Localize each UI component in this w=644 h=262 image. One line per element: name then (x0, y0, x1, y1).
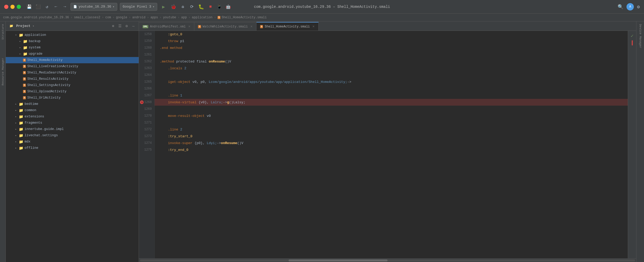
tab-watchwhile[interactable]: S WatchWhileActivity.smali × (194, 22, 256, 31)
tree-arrow-upgrade (19, 52, 23, 55)
tree-item-application[interactable]: 📁 application (6, 32, 139, 38)
tree-item-livechat[interactable]: 📁 livechat.settings (6, 132, 139, 139)
tab-close-watchwhile[interactable]: × (250, 25, 253, 29)
avatar[interactable]: A (627, 3, 634, 10)
tab-androidmanifest[interactable]: XML AndroidManifest.xml × (139, 22, 194, 31)
gutter-1271: 1271 (139, 119, 154, 126)
breadcrumb-application[interactable]: application (192, 16, 213, 19)
tab-shellhome[interactable]: S Shell_HomeActivity.smali × (256, 22, 319, 31)
coverage-icon[interactable]: ♻ (180, 4, 186, 10)
settings-panel-icon[interactable]: ⚙ (124, 24, 129, 29)
back-button[interactable]: ← (53, 4, 59, 10)
settings-icon[interactable]: ⚙ (637, 4, 640, 10)
save-icon[interactable]: 💾 (26, 4, 32, 10)
tab-close-shellhome[interactable]: × (312, 25, 314, 29)
right-panel: Device Manager (636, 21, 644, 262)
tree-arrow-system (19, 46, 23, 49)
close-button[interactable] (4, 5, 8, 9)
toolbar: 💾 ⬛ ↺ ← → 📄 youtube_16.29.36 ▾ Google Pi… (26, 3, 231, 11)
search-button[interactable]: 🔍 (618, 4, 623, 10)
sync-icon[interactable]: ⬛ (35, 4, 41, 10)
tree-item-shell-livecreation[interactable]: S Shell_LiveCreationActivity (6, 63, 139, 70)
smali-icon-settings: S (23, 84, 26, 87)
tab-close-androidmanifest[interactable]: × (188, 25, 190, 29)
apk-icon[interactable]: 🤖 (225, 4, 231, 10)
profile-icon[interactable]: 📱 (216, 4, 223, 10)
code-line-1273: :try_start_0 (155, 133, 628, 140)
smali-icon-results: S (23, 77, 26, 81)
code-line-1261 (155, 51, 628, 58)
attach-debug-icon[interactable]: 🐛 (197, 3, 205, 10)
error-indicator[interactable] (632, 40, 633, 45)
breadcrumb-file[interactable]: Shell_HomeActivity.smali (221, 16, 267, 19)
tree-item-backup[interactable]: 📁 backup (6, 38, 139, 44)
minimize-button[interactable] (10, 5, 15, 9)
breadcrumb-smali-classes2[interactable]: smali_classes2 (74, 16, 100, 19)
device-manager-tab[interactable]: Device Manager (639, 24, 642, 48)
structure-tab[interactable]: Structure (1, 24, 4, 39)
smali-icon-url: S (23, 96, 26, 99)
breadcrumb-com[interactable]: com (105, 16, 111, 19)
gutter-1258: 1258 (139, 31, 154, 38)
tree-arrow-application (15, 33, 19, 37)
tree-arrow-livechat (15, 134, 19, 137)
breadcrumb-project[interactable]: com.google.android.youtube_16.29.36 (3, 16, 69, 19)
tree-item-fragments[interactable]: 📁 fragments (6, 120, 139, 126)
maximize-button[interactable] (17, 5, 21, 9)
project-dropdown[interactable]: 📄 youtube_16.29.36 ▾ (71, 3, 117, 11)
forward-button[interactable]: → (62, 4, 68, 10)
resource-manager-tab[interactable]: Resource Manager (1, 58, 4, 86)
debug-icon[interactable]: 🐞 (170, 3, 177, 10)
tree-label-fragments: fragments (25, 121, 42, 125)
xml-icon: XML (143, 25, 148, 28)
project-panel: 📁 Project ▾ ⊕ ☰ ⚙ — 📁 application (6, 21, 139, 262)
tree-item-bedtime[interactable]: 📁 bedtime (6, 101, 139, 107)
collapse-all-icon[interactable]: ☰ (117, 24, 122, 29)
tree-item-shell-upload[interactable]: S Shell_UploadActivity (6, 88, 139, 95)
tree-item-common[interactable]: 📁 common (6, 107, 139, 113)
tree-item-shell-url[interactable]: S Shell_UrlActivity (6, 95, 139, 101)
rerun-icon[interactable]: ⟳ (189, 4, 195, 10)
gutter-1268: 🐞 1268 (139, 99, 154, 106)
project-tree[interactable]: 📁 application 📁 backup 📁 system (6, 31, 139, 262)
breadcrumb: com.google.android.youtube_16.29.36 › sm… (0, 14, 644, 21)
stop-button[interactable]: ■ (207, 4, 214, 10)
tree-arrow-bedtime (15, 102, 19, 106)
tree-item-offline[interactable]: 📁 offline (6, 145, 139, 151)
code-content[interactable]: :goto_0 throw p1 .end method .method (155, 31, 628, 258)
code-line-1260: .end method (155, 44, 628, 51)
breadcrumb-youtube[interactable]: youtube (163, 16, 176, 19)
tree-item-shell-results[interactable]: S Shell_ResultsActivity (6, 76, 139, 82)
breakpoint-icon[interactable]: 🐞 (140, 100, 144, 104)
horizontal-scrollbar[interactable] (139, 258, 636, 262)
tree-item-extensions[interactable]: 📁 extensions (6, 113, 139, 120)
tree-label-backup: backup (29, 39, 40, 43)
code-line-1270: move-result-object v0 (155, 112, 628, 119)
close-panel-icon[interactable]: — (131, 24, 136, 29)
tree-item-innertube[interactable]: 📁 innertube.guide.impl (6, 126, 139, 132)
run-button[interactable]: ▶ (160, 3, 167, 10)
smali-icon-upload: S (23, 90, 26, 93)
breadcrumb-app[interactable]: app (181, 16, 187, 19)
panel-caret[interactable]: ▾ (33, 24, 34, 28)
locate-icon[interactable]: ⊕ (110, 24, 116, 29)
code-line-1258: :goto_0 (155, 31, 628, 38)
gutter-1275: 1275 (139, 146, 154, 153)
gutter-1261: 1261 (139, 51, 154, 58)
no-errors-check: ✓ (631, 33, 634, 39)
tree-item-shell-mediasearch[interactable]: S Shell_MediaSearchActivity (6, 70, 139, 76)
refresh-icon[interactable]: ↺ (44, 4, 50, 10)
breadcrumb-apps[interactable]: apps (150, 16, 158, 19)
tree-item-system[interactable]: 📁 system (6, 44, 139, 51)
breadcrumb-android[interactable]: android (132, 16, 145, 19)
scrollbar-track[interactable] (140, 259, 635, 261)
breadcrumb-google[interactable]: google (116, 16, 127, 19)
tree-item-shell-homeactivity[interactable]: S Shell_HomeActivity (6, 57, 139, 63)
device-dropdown[interactable]: Google Pixel 3 ▾ (120, 3, 157, 11)
scrollbar-thumb[interactable] (289, 259, 388, 261)
gutter-1263: 1263 (139, 65, 154, 72)
tree-item-upgrade[interactable]: 📁 upgrade (6, 51, 139, 57)
tree-item-shell-settings[interactable]: S Shell_SettingsActivity (6, 82, 139, 88)
tree-item-mdx[interactable]: 📁 mdx (6, 139, 139, 145)
gutter-1273: 1273 (139, 133, 154, 140)
